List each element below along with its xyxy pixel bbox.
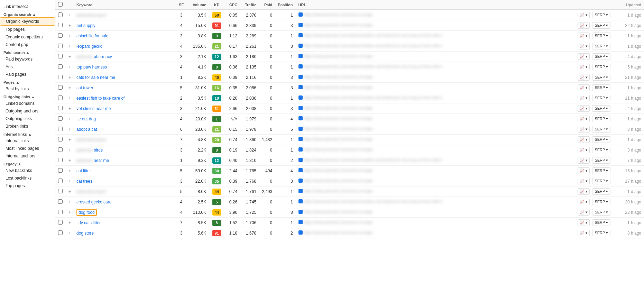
chart-button[interactable]: 📈 ▾ [578, 43, 590, 49]
row-actions-cell[interactable]: 📈 ▾ SERP ▾ [575, 135, 616, 145]
serp-button[interactable]: SERP ▾ [592, 209, 610, 216]
row-keyword-cell[interactable]: dog store [74, 228, 174, 238]
row-keyword-cell[interactable]: petsmart near me [74, 155, 174, 166]
row-checkbox[interactable] [58, 95, 63, 100]
row-checkbox[interactable] [58, 137, 63, 142]
row-keyword-cell[interactable]: tidy cats litter [74, 218, 174, 228]
row-url-cell[interactable]: https://www.petsmart.com/cat/cat-food/dr… [296, 155, 575, 166]
chart-button[interactable]: 📈 ▾ [578, 219, 590, 226]
row-actions-cell[interactable]: 📈 ▾ SERP ▾ [575, 41, 616, 52]
sidebar-item-top-pages[interactable]: Top pages [0, 26, 55, 33]
col-header-volume[interactable]: Volume [188, 0, 209, 10]
row-actions-cell[interactable]: 📈 ▾ SERP ▾ [575, 52, 616, 62]
row-expand-cell[interactable]: + [66, 10, 74, 20]
row-checkbox-cell[interactable] [55, 166, 66, 176]
sidebar-item-organic-competitors[interactable]: Organic competitors [0, 33, 55, 41]
row-checkbox[interactable] [58, 33, 63, 38]
sidebar-item-outgoing-anchors[interactable]: Outgoing anchors [0, 107, 55, 115]
row-url-cell[interactable]: https://www.petsmart.com/some-url-page [296, 124, 575, 135]
select-all-checkbox[interactable] [58, 2, 63, 7]
row-url-cell[interactable]: https://www.petsmart.com/some-url-page [296, 145, 575, 155]
sidebar-item-most-linked-pages[interactable]: Most linked pages [0, 145, 55, 152]
row-actions-cell[interactable]: 📈 ▾ SERP ▾ [575, 207, 616, 218]
chart-button[interactable]: 📈 ▾ [578, 53, 590, 60]
row-actions-cell[interactable]: 📈 ▾ SERP ▾ [575, 10, 616, 20]
row-expand-cell[interactable]: + [66, 166, 74, 176]
serp-button[interactable]: SERP ▾ [592, 126, 610, 133]
row-keyword-cell[interactable]: petsmartcoupon [74, 186, 174, 197]
row-checkbox-cell[interactable] [55, 114, 66, 124]
serp-button[interactable]: SERP ▾ [592, 53, 610, 60]
serp-button[interactable]: SERP ▾ [592, 74, 610, 81]
sidebar-section-legacy[interactable]: Legacy ▲ [0, 160, 55, 167]
row-actions-cell[interactable]: 📈 ▾ SERP ▾ [575, 124, 616, 135]
sidebar-item-ads[interactable]: Ads [0, 63, 55, 71]
row-expand-cell[interactable]: + [66, 155, 74, 166]
chart-button[interactable]: 📈 ▾ [578, 95, 590, 101]
chart-button[interactable]: 📈 ▾ [578, 147, 590, 153]
row-url-cell[interactable]: https://www.petsmart.com/cat/cat-food/dr… [296, 62, 575, 72]
row-expand-cell[interactable]: + [66, 135, 74, 145]
sidebar-section-pages[interactable]: Pages ▲ [0, 78, 55, 85]
row-checkbox[interactable] [58, 44, 63, 48]
col-header-cpc[interactable]: CPC [224, 0, 240, 10]
sidebar-section-internal-links[interactable]: Internal links ▲ [0, 130, 55, 137]
serp-button[interactable]: SERP ▾ [592, 199, 610, 205]
row-keyword-cell[interactable]: easiest fish to take care of [74, 93, 174, 103]
row-checkbox[interactable] [58, 158, 63, 162]
row-actions-cell[interactable]: 📈 ▾ SERP ▾ [575, 186, 616, 197]
row-url-cell[interactable]: https://www.petsmart.com/cat/cat-food/dr… [296, 41, 575, 52]
sidebar-item-paid-pages[interactable]: Paid pages [0, 71, 55, 78]
row-expand-cell[interactable]: + [66, 176, 74, 186]
sidebar-item-lost-backlinks[interactable]: Lost backlinks [0, 174, 55, 182]
row-actions-cell[interactable]: 📈 ▾ SERP ▾ [575, 31, 616, 41]
row-url-cell[interactable]: https://www.petsmart.com/some-url-page [296, 103, 575, 114]
row-actions-cell[interactable]: 📈 ▾ SERP ▾ [575, 197, 616, 207]
sidebar-item-internal-links[interactable]: Internal links [0, 137, 55, 145]
row-expand-cell[interactable]: + [66, 52, 74, 62]
row-actions-cell[interactable]: 📈 ▾ SERP ▾ [575, 166, 616, 176]
row-url-cell[interactable]: https://www.petsmart.com/some-url-page [296, 135, 575, 145]
col-header-sf[interactable]: SF [174, 0, 188, 10]
row-actions-cell[interactable]: 📈 ▾ SERP ▾ [575, 155, 616, 166]
row-actions-cell[interactable]: 📈 ▾ SERP ▾ [575, 145, 616, 155]
row-keyword-cell[interactable]: cat litter [74, 166, 174, 176]
row-actions-cell[interactable]: 📈 ▾ SERP ▾ [575, 228, 616, 238]
row-checkbox-cell[interactable] [55, 41, 66, 52]
serp-button[interactable]: SERP ▾ [592, 157, 610, 164]
row-url-cell[interactable]: https://www.petsmart.com/some-url-page [296, 10, 575, 20]
row-checkbox-cell[interactable] [55, 186, 66, 197]
row-keyword-cell[interactable]: leopard gecko [74, 41, 174, 52]
serp-button[interactable]: SERP ▾ [592, 84, 610, 91]
row-keyword-cell[interactable]: chinchilla for sale [74, 31, 174, 41]
row-expand-cell[interactable]: + [66, 228, 74, 238]
row-expand-cell[interactable]: + [66, 93, 74, 103]
row-url-cell[interactable]: https://www.petsmart.com/some-url-page [296, 114, 575, 124]
serp-button[interactable]: SERP ▾ [592, 33, 610, 39]
row-expand-cell[interactable]: + [66, 218, 74, 228]
row-checkbox-cell[interactable] [55, 20, 66, 31]
chart-button[interactable]: 📈 ▾ [578, 84, 590, 91]
row-checkbox-cell[interactable] [55, 72, 66, 83]
serp-button[interactable]: SERP ▾ [592, 64, 610, 70]
serp-button[interactable]: SERP ▾ [592, 116, 610, 122]
col-header-traffic[interactable]: Traffic [240, 0, 259, 10]
chart-button[interactable]: 📈 ▾ [578, 136, 590, 143]
serp-button[interactable]: SERP ▾ [592, 188, 610, 195]
col-header-position[interactable]: Position [275, 0, 295, 10]
serp-button[interactable]: SERP ▾ [592, 12, 610, 18]
col-header-paid[interactable]: Paid [259, 0, 275, 10]
col-header-updated[interactable]: Updated [616, 0, 644, 10]
row-url-cell[interactable]: https://www.petsmart.com/some-url-page [296, 228, 575, 238]
row-expand-cell[interactable]: + [66, 124, 74, 135]
row-url-cell[interactable]: https://www.petsmart.com/cat/cat-food/dr… [296, 93, 575, 103]
chart-button[interactable]: 📈 ▾ [578, 178, 590, 184]
row-keyword-cell[interactable]: dog food [74, 207, 174, 218]
sidebar-item-organic-keywords[interactable]: Organic keywords [0, 17, 55, 26]
serp-button[interactable]: SERP ▾ [592, 178, 610, 184]
row-expand-cell[interactable]: + [66, 41, 74, 52]
row-url-cell[interactable]: https://www.petsmart.com/some-url-page [296, 186, 575, 197]
sidebar-item-linked-domains[interactable]: Linked domains [0, 100, 55, 107]
sidebar-item-internal-anchors[interactable]: Internal anchors [0, 152, 55, 160]
row-actions-cell[interactable]: 📈 ▾ SERP ▾ [575, 93, 616, 103]
